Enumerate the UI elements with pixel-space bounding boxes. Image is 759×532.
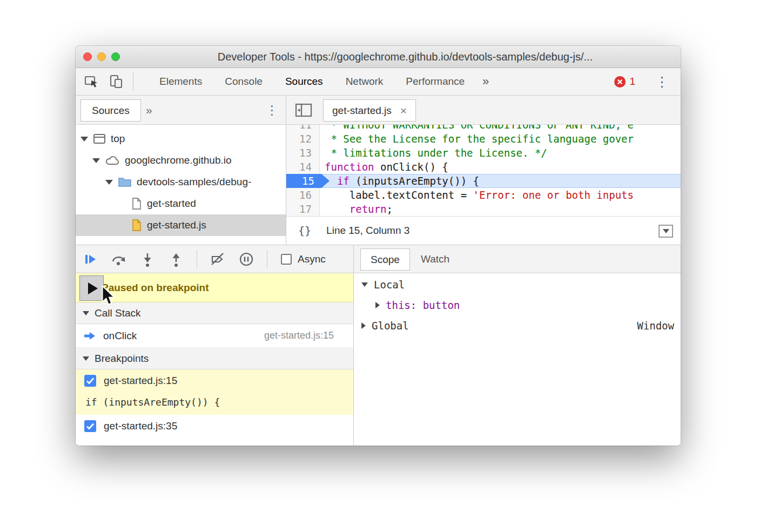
step-into-icon[interactable] (139, 251, 156, 267)
paused-message-bar: Paused on breakpoint (76, 273, 353, 302)
line-number[interactable]: 15 (286, 174, 330, 188)
deactivate-breakpoints-icon[interactable] (210, 251, 226, 267)
async-label[interactable]: Async (298, 253, 326, 265)
editor-tab-get-started-js[interactable]: get-started.js × (323, 99, 416, 122)
expand-arrow-icon[interactable] (375, 302, 380, 308)
tree-item-domain[interactable]: googlechrome.github.io (76, 150, 286, 171)
pretty-print-icon[interactable]: {} (298, 224, 311, 237)
titlebar: Developer Tools - https://googlechrome.g… (76, 46, 681, 68)
close-button[interactable] (83, 52, 92, 61)
tab-console[interactable]: Console (213, 68, 274, 95)
line-number[interactable]: 13 (286, 146, 320, 160)
code-text: return; (320, 202, 393, 216)
code-line[interactable]: 12 * See the License for the specific la… (286, 132, 681, 146)
file-tree: top googlechrome.github.io devtools-samp… (76, 128, 286, 236)
code-editor: get-started.js × 11 * WITHOUT WARRANTIES… (286, 96, 681, 245)
tree-item-top[interactable]: top (76, 128, 286, 150)
code-text: * WITHOUT WARRANTIES OR CONDITIONS OF AN… (320, 125, 634, 132)
line-number[interactable]: 14 (286, 160, 320, 174)
code-lines: 11 * WITHOUT WARRANTIES OR CONDITIONS OF… (286, 125, 681, 216)
line-number[interactable]: 12 (286, 132, 320, 146)
expand-arrow-icon[interactable] (92, 158, 100, 163)
line-number[interactable]: 17 (286, 202, 320, 216)
code-area[interactable]: 11 * WITHOUT WARRANTIES OR CONDITIONS OF… (286, 125, 681, 216)
breakpoints-header[interactable]: Breakpoints (76, 348, 353, 369)
expand-arrow-icon[interactable] (105, 180, 113, 185)
code-line[interactable]: 15 if (inputsAreEmpty()) { (286, 174, 681, 188)
devtools-window: Developer Tools - https://googlechrome.g… (76, 46, 681, 446)
scope-section-local[interactable]: Local (354, 274, 681, 295)
tree-item-get-started[interactable]: get-started (76, 193, 286, 214)
error-badge[interactable]: 1 (614, 68, 635, 95)
scope-local-label: Local (374, 279, 405, 291)
tab-performance[interactable]: Performance (394, 68, 476, 95)
navigator-header: Sources » ⋮ (76, 96, 286, 125)
collapse-arrow-icon[interactable] (83, 311, 89, 315)
tab-network[interactable]: Network (334, 68, 395, 95)
frame-location: get-started.js:15 (264, 330, 334, 341)
resume-script-icon[interactable] (82, 251, 98, 267)
scope-entry-this[interactable]: this: button (354, 295, 681, 315)
scope-section-global[interactable]: Global Window (354, 315, 681, 336)
toggle-navigator-icon[interactable] (293, 101, 314, 119)
code-line[interactable]: 11 * WITHOUT WARRANTIES OR CONDITIONS OF… (286, 125, 681, 132)
pause-on-exceptions-icon[interactable] (238, 251, 254, 267)
code-text: if (inputsAreEmpty()) { (320, 174, 479, 188)
toolbar-divider (197, 250, 197, 268)
line-number[interactable]: 11 (286, 125, 320, 132)
zoom-button[interactable] (111, 52, 120, 61)
code-line[interactable]: 16 label.textContent = 'Error: one or bo… (286, 188, 681, 202)
line-number[interactable]: 16 (286, 188, 320, 202)
navigator-more-tabs-icon[interactable]: » (146, 96, 152, 125)
close-tab-icon[interactable]: × (400, 104, 407, 117)
tab-scope[interactable]: Scope (360, 248, 410, 271)
minimize-button[interactable] (97, 52, 106, 61)
folder-icon (118, 177, 132, 187)
tree-item-label: get-started (147, 198, 196, 210)
call-stack-frame[interactable]: onClick get-started.js:15 (76, 324, 353, 348)
code-line[interactable]: 13 * limitations under the License. */ (286, 146, 681, 160)
tab-elements[interactable]: Elements (148, 68, 213, 95)
sources-panel: Sources » ⋮ top googlechrome.github.io (76, 96, 681, 245)
code-text: function onClick() { (320, 160, 448, 174)
frame-name: onClick (103, 330, 137, 342)
async-checkbox[interactable] (281, 254, 292, 265)
code-line[interactable]: 14function onClick() { (286, 160, 681, 174)
file-icon (131, 197, 142, 210)
expand-arrow-icon[interactable] (361, 322, 366, 329)
breakpoint-entry[interactable]: get-started.js:35 (76, 415, 353, 439)
breakpoint-code[interactable]: if (inputsAreEmpty()) { (76, 392, 353, 415)
breakpoint-entry[interactable]: get-started.js:15 if (inputsAreEmpty()) … (76, 369, 353, 415)
navigator-sidebar: Sources » ⋮ top googlechrome.github.io (76, 96, 286, 245)
breakpoint-checkbox[interactable] (84, 420, 96, 432)
breakpoint-checkbox[interactable] (84, 375, 96, 387)
cloud-icon (105, 155, 120, 166)
panel-expand-icon[interactable] (659, 225, 673, 238)
scope-tabstrip: Scope Watch (354, 245, 681, 273)
property-value: button (423, 299, 460, 311)
expand-arrow-icon[interactable] (80, 137, 88, 142)
navigator-menu-icon[interactable]: ⋮ (266, 96, 278, 125)
breakpoint-label: get-started.js:35 (104, 420, 177, 432)
collapse-arrow-icon[interactable] (361, 282, 368, 287)
device-toolbar-icon[interactable] (108, 73, 124, 90)
tab-sources[interactable]: Sources (274, 68, 334, 95)
inspect-element-icon[interactable] (83, 73, 99, 90)
collapse-arrow-icon[interactable] (83, 356, 89, 361)
tree-item-get-started-js[interactable]: get-started.js (76, 214, 286, 236)
main-menu-icon[interactable]: ⋮ (650, 68, 674, 95)
more-tabs-icon[interactable]: » (476, 75, 495, 89)
mouse-cursor-icon (98, 285, 115, 309)
property-separator: : (411, 299, 423, 311)
code-text: * See the License for the specific langu… (320, 132, 634, 146)
code-text: * limitations under the License. */ (320, 146, 547, 160)
tree-item-folder[interactable]: devtools-samples/debug- (76, 171, 286, 193)
call-stack-header[interactable]: Call Stack (76, 302, 353, 324)
editor-statusbar: {} Line 15, Column 3 (286, 216, 681, 245)
step-over-icon[interactable] (111, 251, 127, 267)
tab-watch[interactable]: Watch (415, 245, 455, 273)
navigator-tab-sources[interactable]: Sources (80, 99, 141, 122)
cursor-position: Line 15, Column 3 (326, 225, 409, 237)
step-out-icon[interactable] (168, 251, 184, 267)
code-line[interactable]: 17 return; (286, 202, 681, 216)
